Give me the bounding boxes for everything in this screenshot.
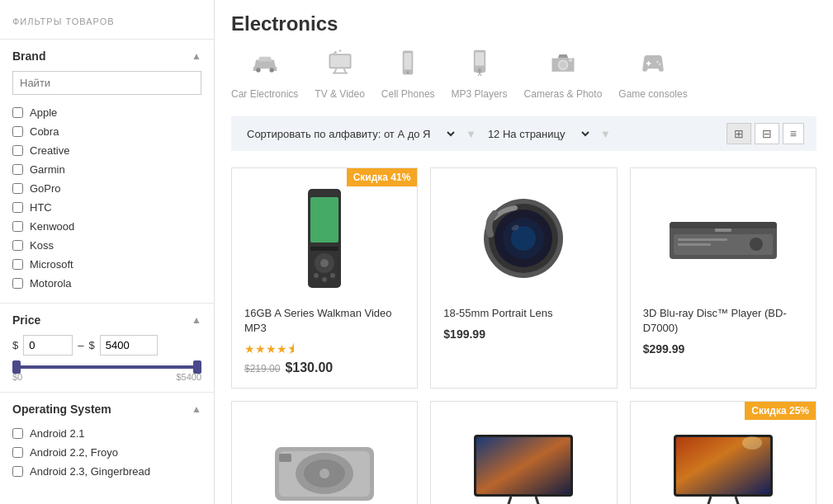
chevron-up-icon-os: ▲ [192, 403, 201, 415]
price-min-input[interactable] [23, 335, 73, 356]
product-old-price: $219.00 [244, 363, 280, 374]
category-phone[interactable]: Cell Phones [381, 48, 435, 100]
product-price: $219.00$130.00 [244, 360, 405, 375]
grid2-view-button[interactable]: ⊟ [755, 123, 779, 144]
product-badge: Скидка 25% [745, 402, 816, 420]
list-item: Garmin [12, 160, 201, 179]
svg-line-53 [507, 497, 511, 504]
product-card[interactable]: Audio System [231, 401, 418, 504]
product-card[interactable]: Скидка 25% LED TV [630, 401, 816, 504]
product-badge: Скидка 41% [347, 168, 418, 186]
svg-marker-8 [333, 51, 337, 54]
brand-label: Brand [12, 49, 45, 63]
price-range-bar [12, 365, 201, 369]
brand-name: Apple [30, 106, 57, 119]
camera-icon [548, 48, 578, 83]
car-icon [250, 48, 280, 83]
brand-name: Garmin [30, 163, 65, 176]
brand-checkbox[interactable] [12, 278, 23, 289]
category-game[interactable]: Game consoles [618, 48, 687, 100]
svg-marker-7 [338, 49, 342, 52]
brand-name: Cobra [30, 125, 59, 138]
list-item: Koss [12, 236, 201, 255]
product-grid: Скидка 41% 16GB A Series Walkman Video M… [231, 167, 816, 504]
tv-icon [325, 48, 355, 83]
list-item: GoPro [12, 179, 201, 198]
svg-rect-43 [715, 228, 731, 232]
product-image [244, 181, 405, 296]
list-item: Motorola [12, 274, 201, 293]
os-checkbox[interactable] [12, 447, 23, 458]
brand-checkbox[interactable] [12, 259, 23, 270]
svg-rect-25 [310, 247, 338, 251]
svg-point-0 [256, 68, 260, 72]
product-name: 16GB A Series Walkman Video MP3 [244, 306, 405, 336]
list-item: Kenwood [12, 217, 201, 236]
svg-rect-10 [405, 53, 412, 69]
category-label: MP3 Players [452, 88, 508, 100]
product-card[interactable]: Smart TV 40" [430, 401, 617, 504]
category-tv[interactable]: TV & Video [315, 48, 364, 100]
list-item: Android 2.1 [12, 424, 201, 443]
category-camera[interactable]: Cameras & Photo [524, 48, 603, 100]
list-item: Microsoft [12, 255, 201, 274]
svg-rect-3 [330, 55, 349, 67]
brand-name: Kenwood [30, 220, 74, 233]
list-view-button[interactable]: ≡ [783, 123, 804, 144]
product-card[interactable]: Скидка 41% 16GB A Series Walkman Video M… [231, 167, 418, 389]
brand-checkbox[interactable] [12, 164, 23, 175]
svg-line-61 [736, 497, 740, 504]
price-handle-right[interactable] [193, 360, 201, 374]
os-label: Operating System [12, 403, 111, 416]
category-label: Game consoles [618, 88, 687, 100]
product-card[interactable]: 3D Blu-ray Disc™ Player (BD-D7000) $299.… [630, 167, 816, 389]
svg-rect-38 [670, 222, 777, 228]
product-name: 18-55mm Portrait Lens [443, 306, 603, 321]
svg-rect-24 [310, 197, 338, 243]
brand-checkbox[interactable] [12, 240, 23, 251]
chevron-up-icon-price: ▲ [192, 314, 201, 326]
list-item: Android 2.2, Froyo [12, 443, 201, 462]
os-filter-header[interactable]: Operating System ▲ [12, 403, 201, 416]
brand-checkbox[interactable] [12, 126, 23, 137]
svg-point-17 [559, 61, 566, 68]
brand-checkbox[interactable] [12, 183, 23, 194]
category-label: Cell Phones [381, 88, 435, 100]
per-page-select[interactable]: 12 На страницу [485, 127, 592, 141]
price-handle-left[interactable] [12, 360, 21, 374]
os-checkbox[interactable] [12, 428, 23, 439]
svg-rect-40 [678, 238, 727, 241]
product-rating: ★★★★⯨ [244, 342, 405, 356]
svg-line-54 [536, 497, 540, 504]
price-range-fill [12, 365, 201, 369]
brand-name: Motorola [30, 277, 72, 290]
os-list: Android 2.1Android 2.2, FroyoAndroid 2.3… [12, 424, 201, 481]
price-max-input[interactable] [100, 335, 158, 356]
product-image [443, 414, 603, 504]
brand-list: AppleCobraCreativeGarminGoProHTCKenwoodK… [12, 103, 201, 293]
list-item: Creative [12, 141, 201, 160]
category-car[interactable]: Car Electronics [231, 48, 298, 100]
brand-name: HTC [30, 201, 52, 214]
svg-rect-49 [279, 454, 291, 462]
svg-point-28 [314, 273, 319, 278]
brand-filter-header[interactable]: Brand ▲ [12, 49, 201, 63]
os-checkbox[interactable] [12, 466, 23, 477]
brand-checkbox[interactable] [12, 221, 23, 232]
product-card[interactable]: 18-55mm Portrait Lens $199.99 [430, 167, 617, 389]
sort-bar: Сортировать по алфавиту: от А до Я ▼ 12 … [231, 116, 816, 151]
sort-select[interactable]: Сортировать по алфавиту: от А до Я [244, 127, 457, 141]
brand-search-input[interactable] [12, 71, 201, 95]
list-item: Apple [12, 103, 201, 122]
price-filter-header[interactable]: Price ▲ [12, 313, 201, 327]
svg-point-18 [569, 59, 572, 63]
list-item: Android 2.3, Gingerbread [12, 462, 201, 481]
grid-view-button[interactable]: ⊞ [727, 123, 751, 144]
sidebar-title: ФИЛЬТРЫ ТОВАРОВ [0, 8, 214, 39]
brand-checkbox[interactable] [12, 145, 23, 156]
category-mp3[interactable]: MP3 Players [452, 48, 508, 100]
brand-checkbox[interactable] [12, 107, 23, 118]
brand-checkbox[interactable] [12, 202, 23, 213]
product-image [643, 181, 803, 296]
brand-name: Microsoft [30, 258, 73, 271]
